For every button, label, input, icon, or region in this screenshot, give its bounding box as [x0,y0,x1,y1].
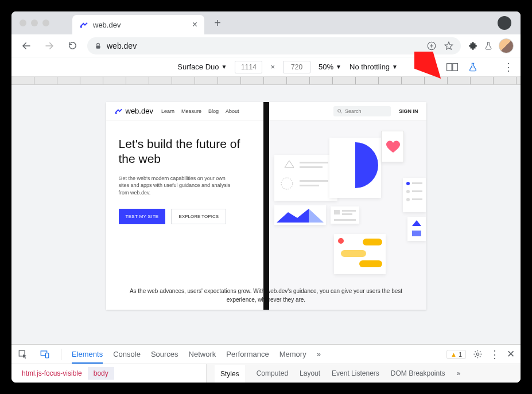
window-controls[interactable] [20,19,49,26]
issues-chip[interactable]: ▲ 1 [446,350,466,359]
titlebar: web.dev × + [11,11,521,34]
svg-rect-24 [412,190,422,192]
test-site-button[interactable]: TEST MY SITE [119,209,166,224]
inspect-element-button[interactable] [17,349,29,360]
device-viewport: web.dev Learn Measure Blog About Search … [11,85,521,344]
nav-learn[interactable]: Learn [161,108,174,114]
nav-about[interactable]: About [226,108,239,114]
reload-button[interactable] [64,38,80,54]
stab-dombp[interactable]: DOM Breakpoints [391,369,445,377]
traffic-zoom-icon[interactable] [42,19,49,26]
reload-icon [68,41,77,50]
nav-blog[interactable]: Blog [208,108,219,114]
svg-rect-31 [341,250,366,257]
svg-rect-30 [363,239,382,245]
forward-button[interactable] [41,38,57,54]
hero-subtext: Get the web's modern capabilities on you… [119,175,234,197]
device-select[interactable]: Surface Duo▼ [177,63,227,71]
add-bookmark-plus-icon[interactable] [426,41,437,51]
stab-listeners[interactable]: Event Listeners [332,369,379,377]
new-tab-button[interactable]: + [209,14,226,32]
width-input[interactable] [235,61,262,73]
traffic-minimize-icon[interactable] [31,19,38,26]
dual-screen-button[interactable] [446,61,459,73]
explore-topics-button[interactable]: EXPLORE TOPICS [171,209,226,224]
nav-measure[interactable]: Measure [181,108,201,114]
stab-layout[interactable]: Layout [300,369,320,377]
svg-rect-35 [46,353,49,357]
stab-computed[interactable]: Computed [257,369,288,377]
illus-chat [334,234,386,274]
svg-point-21 [406,182,410,185]
device-toolbar-menu[interactable]: ⋮ [503,61,514,73]
tab-memory[interactable]: Memory [279,350,306,358]
gear-icon[interactable] [473,349,483,359]
svg-rect-10 [300,166,323,168]
height-input[interactable] [283,61,310,73]
warning-icon: ▲ [451,351,457,358]
rotate-button[interactable] [425,61,438,73]
tab-sources[interactable]: Sources [151,350,178,358]
svg-rect-1 [96,45,100,48]
rotate-icon [426,61,437,73]
site-search[interactable]: Search [333,106,391,116]
tab-elements[interactable]: Elements [72,350,103,364]
svg-rect-32 [359,260,382,267]
crumb-html[interactable]: html.js-focus-visible [16,367,88,380]
address-bar[interactable]: web.dev [87,37,461,54]
device-frame: web.dev Learn Measure Blog About Search … [106,102,426,310]
svg-point-23 [406,190,410,193]
toolbar: web.dev [11,34,521,57]
tab-network[interactable]: Network [189,350,216,358]
extensions-icon[interactable] [468,41,478,51]
tab-close-icon[interactable]: × [192,19,197,30]
arrow-left-icon [21,41,32,51]
device-toolbar: Surface Duo▼ × 50%▼ No throttling▼ ⋮ [11,57,521,77]
webdev-logo-icon [114,107,123,115]
tabs-overflow-icon[interactable]: » [317,350,321,358]
tab-performance[interactable]: Performance [226,350,269,358]
svg-point-25 [406,198,410,201]
browser-tab[interactable]: web.dev × [72,15,204,34]
svg-rect-22 [412,182,422,184]
dom-breadcrumbs[interactable]: html.js-focus-visible body [11,364,114,383]
crumb-body[interactable]: body [88,367,114,380]
illus-shapes [407,217,426,241]
site-brand[interactable]: web.dev [114,107,153,115]
svg-rect-18 [342,210,356,212]
svg-rect-4 [447,63,452,71]
signin-button[interactable]: SIGN IN [399,108,418,114]
labs-flask-icon[interactable] [484,41,493,51]
caret-down-icon: ▼ [392,64,398,70]
svg-rect-28 [412,231,421,236]
svg-point-36 [476,353,479,355]
device-hinge [263,102,269,310]
profile-avatar[interactable] [499,38,514,53]
throttling-select[interactable]: No throttling▼ [350,63,398,71]
device-mode-icon [40,349,50,360]
experiments-button[interactable] [467,61,479,73]
book-icon [446,62,459,72]
incognito-icon[interactable] [498,16,511,30]
svg-marker-8 [285,161,294,167]
hero-illustration [266,120,426,310]
svg-rect-20 [334,219,356,221]
traffic-close-icon[interactable] [20,19,26,26]
flask-check-icon [468,61,478,73]
hero-heading: Let's build the future of the web [119,136,254,167]
devtools-menu-icon[interactable]: ⋮ [490,348,500,361]
svg-marker-15 [277,209,309,223]
device-mode-button[interactable] [39,349,51,360]
devtools-close-icon[interactable]: ✕ [507,348,515,360]
site-nav: Learn Measure Blog About [161,108,239,114]
stab-styles[interactable]: Styles [215,365,245,383]
inspect-icon [18,349,28,360]
star-icon[interactable] [444,41,454,51]
tab-console[interactable]: Console [113,350,141,358]
zoom-select[interactable]: 50%▼ [319,63,341,71]
illus-list [403,178,426,212]
styles-overflow-icon[interactable]: » [457,369,461,377]
back-button[interactable] [18,38,34,54]
illus-chart [274,205,326,225]
svg-rect-12 [300,180,328,182]
